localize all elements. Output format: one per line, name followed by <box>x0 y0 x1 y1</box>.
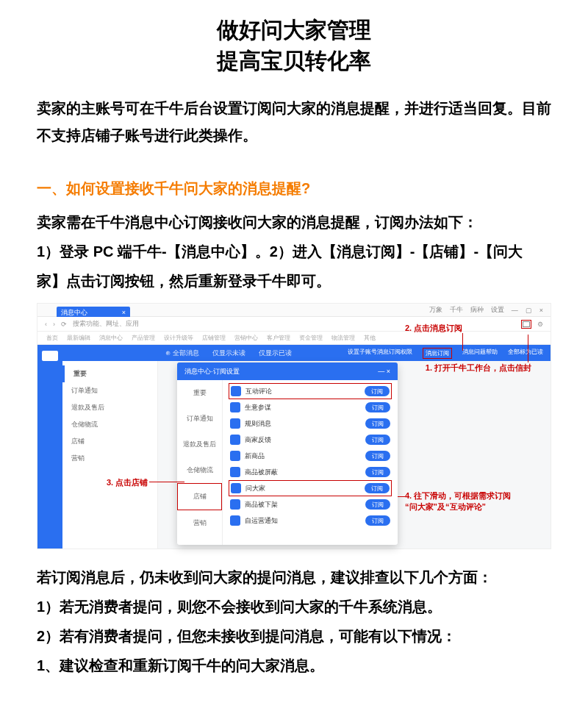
option-icon <box>230 402 240 412</box>
settings-icon[interactable]: ⚙ <box>537 321 543 328</box>
subscribe-button[interactable]: 订阅 <box>365 402 390 412</box>
filter-all[interactable]: ⊕ 全部消息 <box>165 349 199 358</box>
annotation-line <box>528 335 528 362</box>
left-rail <box>37 345 62 549</box>
row-self-operation: 自运营通知 订阅 <box>229 512 392 529</box>
modal-cat-orders[interactable]: 订单通知 <box>177 406 222 432</box>
subscription-modal: 消息中心·订阅设置 — × 重要 订单通知 退款及售后 仓储物流 店铺 营销 互… <box>177 362 398 545</box>
nav-forward-icon[interactable]: › <box>53 321 55 328</box>
annotation-line <box>149 482 184 482</box>
subscribe-button[interactable]: 订阅 <box>365 483 390 493</box>
row-interaction-comments: 互动评论 订阅 <box>229 383 392 399</box>
titlebar-item[interactable]: 千牛 <box>450 305 463 315</box>
modal-option-list: 互动评论 订阅 生意参谋 订阅 规则消息 订阅 商家反馈 订阅 <box>223 380 398 545</box>
nav-item[interactable]: 设计升级等 <box>164 334 193 342</box>
option-icon <box>230 515 240 526</box>
nav-refresh-icon[interactable]: ⟳ <box>61 321 67 328</box>
subscribe-button[interactable]: 订阅 <box>365 418 390 429</box>
subscribe-link[interactable]: 消息订阅 <box>423 348 452 359</box>
intro-paragraph: 卖家的主账号可在千牛后台设置订阅问大家的消息提醒，并进行适当回复。目前不支持店铺… <box>37 95 551 149</box>
address-bar: ‹ › ⟳ 搜索功能、网址、应用 ⚙ <box>37 317 551 332</box>
window-minimize[interactable]: — <box>512 307 518 314</box>
section-1-heading: 一、如何设置接收千牛问大家的消息提醒? <box>37 179 551 199</box>
modal-cat-marketing[interactable]: 营销 <box>177 510 222 536</box>
row-business-advisor: 生意参谋 订阅 <box>229 399 392 415</box>
nav-item[interactable]: 营销中心 <box>234 334 258 342</box>
title-line-2: 提高宝贝转化率 <box>217 49 371 73</box>
subscribe-button[interactable]: 订阅 <box>365 467 390 477</box>
option-icon <box>231 483 241 493</box>
titlebar-item[interactable]: 设置 <box>491 305 504 315</box>
row-new-product: 新商品 订阅 <box>229 448 392 464</box>
troubleshoot-2-1: 1、建议检查和重新订阅千牛的问大家消息。 <box>37 651 551 680</box>
nav-item[interactable]: 物流管理 <box>331 334 355 342</box>
nav-item[interactable]: 最新编辑 <box>67 334 90 342</box>
window-close[interactable]: × <box>539 307 543 314</box>
filter-unread[interactable]: 仅显示未读 <box>212 349 245 358</box>
nav-item[interactable]: 首页 <box>46 334 58 342</box>
troubleshoot-1: 1）若无消费者提问，则您不会接收到问大家的千牛系统消息。 <box>37 592 551 621</box>
nav-item[interactable]: 其他 <box>364 334 376 342</box>
modal-cat-shop[interactable]: 店铺 <box>177 483 222 510</box>
titlebar-item[interactable]: 万象 <box>429 305 442 315</box>
window-maximize[interactable]: ▢ <box>526 307 532 314</box>
subscribe-button[interactable]: 订阅 <box>365 515 390 526</box>
instructions-line-2: 1）登录 PC 端千牛-【消息中心】。2）进入【消息订阅】-【店铺】-【问大家】… <box>37 237 551 296</box>
subscribe-button[interactable]: 订阅 <box>365 451 390 461</box>
troubleshoot-intro: 若订阅消息后，仍未收到问大家的提问消息，建议排查以下几个方面： <box>37 562 551 592</box>
side-menu: 重要 订单通知 退款及售后 仓储物流 店铺 营销 <box>62 361 158 549</box>
page-title: 做好问大家管理 提高宝贝转化率 <box>37 15 551 76</box>
option-icon <box>230 499 240 510</box>
qianniu-screenshot: 万象 千牛 病种 设置 — ▢ × 消息中心 × ‹ › ⟳ 搜索功能、网址、应… <box>37 303 551 549</box>
modal-cat-refund[interactable]: 退款及售后 <box>177 432 222 457</box>
nav-item[interactable]: 消息中心 <box>99 334 123 342</box>
nav-item[interactable]: 客户管理 <box>267 334 290 342</box>
modal-close-icon[interactable]: — × <box>378 368 390 375</box>
left-rail-item[interactable] <box>42 351 58 361</box>
instructions-line-1: 卖家需在千牛消息中心订阅接收问大家的消息提醒，订阅办法如下： <box>37 207 551 237</box>
modal-cat-important[interactable]: 重要 <box>177 380 222 406</box>
subscribe-button[interactable]: 订阅 <box>365 435 390 445</box>
option-icon <box>230 467 240 477</box>
option-icon <box>230 418 240 429</box>
nav-item[interactable]: 资金管理 <box>299 334 323 342</box>
annotation-3: 3. 点击店铺 <box>107 477 148 488</box>
side-item-orders[interactable]: 订单通知 <box>62 382 157 399</box>
annotation-1: 1. 打开千牛工作台，点击信封 <box>426 362 531 374</box>
row-merchant-feedback: 商家反馈 订阅 <box>229 432 392 448</box>
option-icon <box>230 451 240 461</box>
modal-cat-logistics[interactable]: 仓储物流 <box>177 457 222 483</box>
filter-read[interactable]: 仅显示已读 <box>259 349 292 358</box>
help-link[interactable]: 消息问题帮助 <box>462 348 498 359</box>
option-icon <box>230 435 240 445</box>
mark-all-read[interactable]: 全部标为已读 <box>508 348 543 359</box>
side-item-marketing[interactable]: 营销 <box>62 450 157 467</box>
subscribe-button[interactable]: 订阅 <box>365 386 390 396</box>
annotation-2: 2. 点击消息订阅 <box>405 323 462 334</box>
side-item-refund[interactable]: 退款及售后 <box>62 399 157 416</box>
side-item-important[interactable]: 重要 <box>62 365 157 382</box>
option-icon <box>231 386 241 396</box>
annotation-4: 4. 往下滑动，可根据需求订阅“问大家”及“互动评论” <box>405 490 511 513</box>
titlebar-item[interactable]: 病种 <box>470 305 484 315</box>
row-rules: 规则消息 订阅 <box>229 415 392 432</box>
nav-back-icon[interactable]: ‹ <box>45 321 47 328</box>
troubleshoot-2: 2）若有消费者提问，但您未接收到提问消息，可能有以下情况： <box>37 621 551 651</box>
side-item-shop[interactable]: 店铺 <box>62 433 157 450</box>
sub-account-link[interactable]: 设置子账号消息订阅权限 <box>348 348 412 359</box>
row-wendajia: 问大家 订阅 <box>229 480 392 496</box>
modal-categories: 重要 订单通知 退款及售后 仓储物流 店铺 营销 <box>177 380 223 545</box>
annotation-line <box>462 333 463 351</box>
subscribe-button[interactable]: 订阅 <box>365 499 390 510</box>
top-nav: 首页 最新编辑 消息中心 产品管理 设计升级等 店铺管理 营销中心 客户管理 资… <box>37 332 551 345</box>
row-blocked: 商品被屏蔽 订阅 <box>229 464 392 480</box>
nav-item[interactable]: 店铺管理 <box>202 334 226 342</box>
tab-close-icon[interactable]: × <box>122 309 126 316</box>
blue-toolbar: ⊕ 全部消息 仅显示未读 仅显示已读 设置子账号消息订阅权限 消息订阅 消息问题… <box>62 345 551 361</box>
mail-icon[interactable] <box>521 320 531 329</box>
tab-label: 消息中心 <box>61 308 87 318</box>
annotation-line <box>398 496 405 497</box>
modal-header: 消息中心·订阅设置 — × <box>177 362 398 380</box>
side-item-logistics[interactable]: 仓储物流 <box>62 416 157 433</box>
nav-item[interactable]: 产品管理 <box>132 334 155 342</box>
